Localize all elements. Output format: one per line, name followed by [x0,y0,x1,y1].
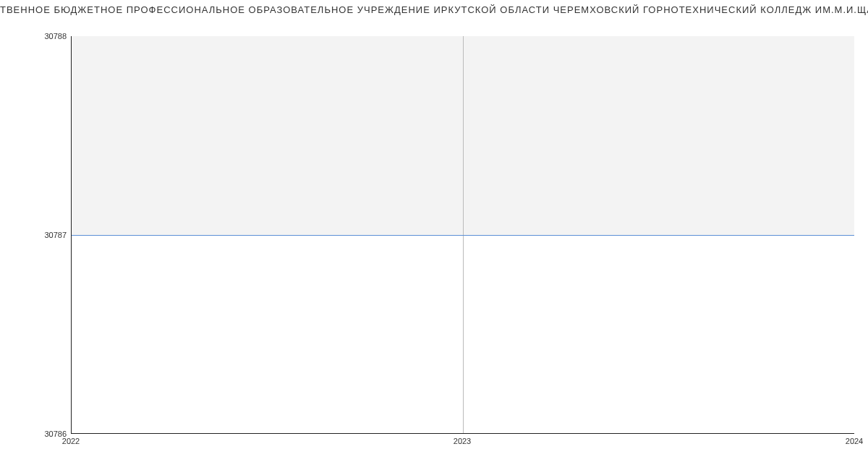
plot-area [71,36,854,434]
chart-title: ТВЕННОЕ БЮДЖЕТНОЕ ПРОФЕССИОНАЛЬНОЕ ОБРАЗ… [0,4,868,15]
y-tick-label: 30786 [9,430,67,438]
x-tick-label: 2024 [846,437,863,445]
x-tick-label: 2023 [454,437,471,445]
y-tick-label: 30787 [9,231,67,239]
x-tick-label: 2022 [62,437,80,445]
y-tick-label: 30788 [9,32,67,40]
data-line [72,235,854,236]
